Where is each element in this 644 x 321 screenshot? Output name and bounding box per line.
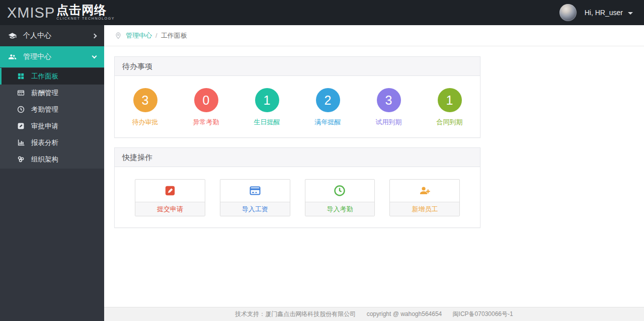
action-label: 新增员工 [390, 202, 459, 216]
todo-count-badge[interactable]: 3 [377, 88, 401, 112]
todo-item-label: 合同到期 [419, 118, 480, 127]
todo-panel-title: 待办事项 [115, 57, 480, 76]
sidebar-item-label: 工作面板 [31, 72, 58, 81]
user-greeting: Hi, HR_user [585, 9, 623, 17]
map-pin-icon [115, 32, 122, 39]
todo-item-anniversary-reminder[interactable]: 2 满年提醒 [297, 88, 358, 127]
sidebar-item-label: 报表分析 [31, 138, 58, 147]
chevron-right-icon [92, 33, 97, 38]
todo-item-label: 试用到期 [358, 118, 419, 127]
sidebar-item-approval[interactable]: 审批申请 [0, 118, 104, 134]
quick-actions-panel: 快捷操作 提交申请 [114, 147, 480, 228]
action-label: 导入工资 [220, 202, 290, 216]
todo-item-label: 待办审批 [115, 118, 176, 127]
sidebar-item-label: 考勤管理 [31, 105, 58, 114]
actions-row: 提交申请 导入工资 导入考勤 [115, 167, 480, 227]
action-submit-request[interactable]: 提交申请 [135, 179, 205, 216]
breadcrumb-separator: / [155, 32, 157, 39]
todo-item-label: 生日提醒 [236, 118, 297, 127]
action-label: 提交申请 [135, 202, 205, 216]
chevron-down-icon [92, 54, 97, 59]
action-label: 导入考勤 [305, 202, 375, 216]
credit-card-icon [17, 89, 25, 97]
breadcrumb-section[interactable]: 管理中心 [126, 31, 152, 40]
todo-item-pending-approval[interactable]: 3 待办审批 [115, 88, 176, 127]
sidebar-item-reports[interactable]: 报表分析 [0, 134, 104, 151]
footer-icp-text: 闽ICP备07030066号-1 [453, 310, 513, 317]
sidebar-item-personal-center[interactable]: 个人中心 [0, 25, 104, 46]
sidebar-item-attendance[interactable]: 考勤管理 [0, 101, 104, 118]
sidebar-item-salary[interactable]: 薪酬管理 [0, 85, 104, 101]
logo-subtitle: CLICKNET TECHNOLOGY [56, 17, 115, 20]
logo-text-cn: 点击网络 [56, 3, 115, 17]
action-add-employee[interactable]: 新增员工 [389, 179, 460, 216]
todo-count-badge[interactable]: 0 [194, 88, 218, 112]
todo-row: 3 待办审批 0 异常考勤 1 生日提醒 2 满年提醒 3 试用到期 [115, 76, 480, 137]
quick-actions-title: 快捷操作 [115, 148, 480, 167]
clock-icon [334, 185, 346, 197]
sidebar-submenu: 工作面板 薪酬管理 考勤管理 审批申请 报表 [0, 67, 104, 169]
todo-item-probation-expiry[interactable]: 3 试用到期 [358, 88, 419, 127]
bar-chart-icon [17, 139, 25, 146]
org-cluster-icon [17, 155, 25, 163]
todo-item-birthday-reminder[interactable]: 1 生日提醒 [236, 88, 297, 127]
todo-item-label: 满年提醒 [297, 118, 358, 127]
breadcrumb: 管理中心 / 工作面板 [104, 25, 644, 46]
todo-count-badge[interactable]: 1 [438, 88, 462, 112]
sidebar-item-label: 个人中心 [23, 31, 93, 40]
pencil-badge-icon [165, 185, 176, 196]
footer: 技术支持：厦门鑫点击网络科技股份有限公司 copyright @ wahogh5… [104, 307, 644, 321]
action-import-salary[interactable]: 导入工资 [220, 179, 290, 216]
sidebar-item-label: 审批申请 [31, 122, 58, 131]
user-plus-icon [419, 185, 431, 197]
action-import-attendance[interactable]: 导入考勤 [305, 179, 375, 216]
avatar[interactable] [559, 4, 577, 21]
todo-item-attendance-anomaly[interactable]: 0 异常考勤 [176, 88, 236, 127]
caret-down-icon [628, 12, 633, 15]
footer-copyright-text: copyright @ wahogh564654 [367, 310, 442, 317]
graduation-cap-icon [8, 32, 17, 40]
sidebar-item-label: 薪酬管理 [31, 89, 58, 98]
users-icon [8, 53, 17, 61]
topbar: XMISP 点击网络 CLICKNET TECHNOLOGY Hi, HR_us… [0, 0, 644, 25]
todo-panel: 待办事项 3 待办审批 0 异常考勤 1 生日提醒 2 满年提醒 [114, 56, 480, 138]
todo-count-badge[interactable]: 3 [133, 88, 157, 112]
user-menu[interactable]: Hi, HR_user [559, 4, 633, 21]
app-logo[interactable]: XMISP 点击网络 CLICKNET TECHNOLOGY [7, 3, 115, 22]
sidebar: 个人中心 管理中心 工作面板 薪酬管理 [0, 25, 104, 321]
sidebar-item-label: 组织架构 [31, 155, 58, 164]
grid-icon [17, 72, 25, 80]
logo-text-en: XMISP [7, 3, 55, 22]
sidebar-item-admin-center[interactable]: 管理中心 [0, 46, 104, 67]
todo-item-label: 异常考勤 [176, 118, 236, 127]
sidebar-item-dashboard[interactable]: 工作面板 [0, 68, 104, 85]
content: 待办事项 3 待办审批 0 异常考勤 1 生日提醒 2 满年提醒 [104, 46, 644, 248]
footer-support-text: 技术支持：厦门鑫点击网络科技股份有限公司 [235, 310, 356, 317]
sidebar-item-label: 管理中心 [23, 52, 93, 61]
todo-count-badge[interactable]: 2 [316, 88, 340, 112]
clock-icon [17, 106, 25, 113]
main-area: 管理中心 / 工作面板 待办事项 3 待办审批 0 异常考勤 1 生日提醒 [104, 25, 644, 321]
breadcrumb-current-page: 工作面板 [161, 31, 187, 40]
todo-item-contract-expiry[interactable]: 1 合同到期 [419, 88, 480, 127]
sidebar-item-organization[interactable]: 组织架构 [0, 151, 104, 168]
todo-count-badge[interactable]: 1 [255, 88, 279, 112]
pencil-square-icon [17, 122, 25, 130]
credit-card-icon [249, 185, 261, 197]
